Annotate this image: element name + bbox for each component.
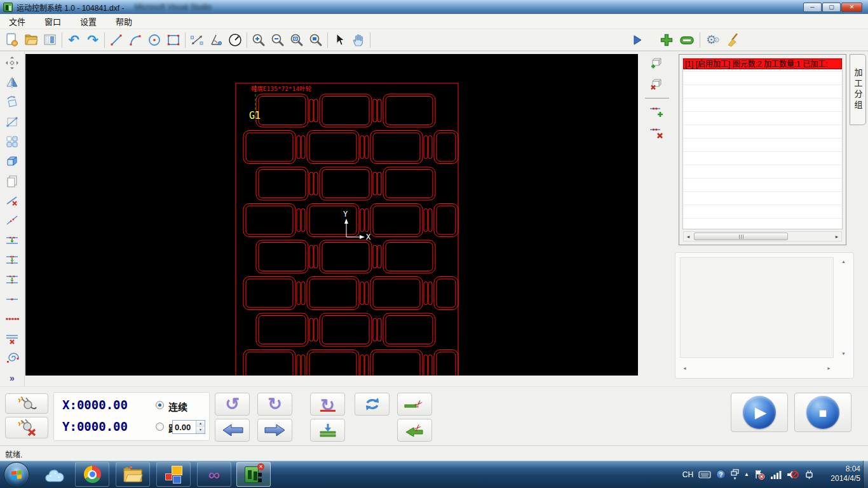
settings-button[interactable]: ⚙⚙ [703, 31, 722, 49]
delete-entity-button[interactable] [649, 126, 665, 140]
arc-tool-button[interactable] [126, 31, 145, 49]
new-file-button[interactable] [3, 31, 22, 49]
redo-button[interactable]: ↷ [83, 31, 102, 49]
scroll-left-icon[interactable]: ◄ [682, 366, 687, 370]
power-plug-icon[interactable] [804, 469, 815, 480]
add-entity-button[interactable] [649, 105, 665, 119]
keyboard-icon[interactable] [698, 470, 711, 480]
measure-tool-button[interactable] [187, 31, 207, 49]
expand-tools-button[interactable]: » [4, 371, 20, 385]
zoom-window-button[interactable] [306, 31, 325, 49]
jog-right-button[interactable] [257, 419, 292, 442]
array-tool-button[interactable] [4, 135, 20, 149]
menu-window[interactable]: 窗口 [36, 13, 71, 29]
taskbar-app-squares-button[interactable] [156, 462, 191, 487]
speed-gauge-button[interactable] [226, 31, 245, 49]
taskbar-visual-studio-button[interactable]: ∞ [197, 462, 231, 487]
move-tool-button[interactable] [4, 56, 20, 70]
scroll-down-icon[interactable]: ▼ [841, 351, 846, 356]
delete-group-button[interactable] [649, 77, 665, 91]
stop-machining-button[interactable]: ■ [794, 393, 851, 432]
add-button[interactable] [657, 31, 676, 49]
rectangle-tool-button[interactable] [164, 31, 183, 49]
midpoint-button[interactable] [4, 292, 20, 306]
clean-button[interactable] [724, 31, 743, 49]
taskbar-explorer-button[interactable] [116, 462, 150, 487]
start-machining-button[interactable]: ▶ [731, 393, 788, 432]
run-button[interactable] [628, 31, 647, 49]
log-hscrollbar[interactable]: ◄ ► [680, 363, 834, 373]
zoom-fit-button[interactable] [287, 31, 306, 49]
scroll-right-icon[interactable]: ► [832, 234, 841, 239]
log-vscrollbar[interactable]: ▲ ▼ [838, 257, 849, 358]
maximize-button[interactable]: ▢ [822, 3, 841, 12]
cad-canvas[interactable]: 鞋底E135*72*14叶轮G1XY [25, 54, 638, 376]
disconnect-button[interactable] [5, 417, 48, 438]
pan-tool-button[interactable] [349, 31, 368, 49]
scale-tool-button[interactable] [4, 115, 20, 129]
feed-down-button[interactable] [310, 419, 345, 442]
tab-machining-groups[interactable]: 加工分组 [850, 54, 866, 125]
action-center-flag-icon[interactable] [754, 469, 765, 480]
spiral-tool-button[interactable] [4, 351, 20, 365]
taskbar-chrome-button[interactable] [75, 462, 109, 487]
rotate-tool-button[interactable] [4, 95, 20, 109]
sync-button[interactable] [355, 393, 390, 416]
window-restore-tray-icon[interactable]: ▼ [731, 469, 739, 480]
continuous-radio[interactable] [156, 401, 164, 409]
merge-lines-button[interactable] [4, 233, 20, 247]
group-list-item-selected[interactable]: [1] [启用加工] 图元数:2 加工数量:1 已加工: [683, 58, 842, 69]
close-button[interactable]: ✕ [841, 3, 862, 12]
show-desktop-button[interactable] [863, 461, 868, 488]
scroll-left-icon[interactable]: ◄ [684, 234, 693, 239]
help-tray-icon[interactable]: ? [716, 470, 726, 479]
menu-settings[interactable]: 设置 [71, 13, 107, 29]
stepper-down-icon[interactable]: ▼ [196, 427, 205, 433]
connect-button[interactable] [5, 393, 48, 414]
mirror-tool-button[interactable] [4, 76, 20, 90]
delete-lines-button[interactable] [4, 332, 20, 346]
angle-tool-button[interactable] [207, 31, 226, 49]
language-indicator[interactable]: CH [682, 470, 693, 479]
group-list-hscrollbar[interactable]: ◄ ► [683, 231, 842, 241]
merge-segments-button[interactable] [4, 253, 20, 267]
line-tool-button[interactable] [107, 31, 126, 49]
circle-tool-button[interactable] [145, 31, 164, 49]
menu-help[interactable]: 帮助 [107, 13, 142, 29]
merge-points-button[interactable] [4, 273, 20, 287]
explode-points-button[interactable] [4, 312, 20, 326]
cut-right-button[interactable]: ✂ [397, 393, 432, 416]
taskbar-clock[interactable]: 8:04 2014/4/5 [831, 464, 860, 484]
rotate-to-mark-button[interactable]: ↻ [310, 393, 345, 416]
zoom-out-button[interactable] [268, 31, 287, 49]
scroll-right-icon[interactable]: ► [827, 366, 831, 370]
distance-value[interactable]: 0.00 [173, 421, 196, 433]
rotate-cw-button[interactable]: ↻ [257, 393, 292, 416]
extrude-3d-button[interactable] [4, 154, 20, 168]
window-view-button[interactable] [41, 31, 60, 49]
undo-button[interactable]: ↶ [64, 31, 83, 49]
remove-button[interactable] [677, 31, 696, 49]
start-button[interactable] [4, 462, 29, 487]
taskbar-motion-control-button[interactable]: ✕ [236, 462, 271, 487]
hscroll-thumb[interactable] [694, 233, 788, 240]
scroll-up-icon[interactable]: ▲ [841, 259, 846, 264]
add-group-button[interactable] [649, 56, 665, 70]
stepper-up-icon[interactable]: ▲ [196, 421, 205, 427]
distance-stepper[interactable]: 0.00 ▲ ▼ [172, 420, 205, 434]
open-file-button[interactable] [22, 31, 41, 49]
break-line-button[interactable] [4, 214, 20, 227]
show-hidden-icons-button[interactable]: ▲ [744, 471, 749, 477]
distance-radio[interactable] [156, 423, 164, 431]
jog-left-button[interactable] [215, 419, 250, 442]
cut-left-button[interactable]: ✂ [397, 419, 432, 442]
copy-tool-button[interactable] [4, 174, 20, 188]
network-signal-icon[interactable] [770, 470, 782, 480]
rotate-ccw-button[interactable]: ↺ [215, 393, 250, 416]
log-list[interactable] [680, 257, 834, 358]
cloud-app-button[interactable] [39, 464, 70, 486]
volume-muted-icon[interactable] [787, 470, 799, 480]
select-tool-button[interactable] [330, 31, 349, 49]
delete-segment-button[interactable] [4, 194, 20, 208]
minimize-button[interactable]: ─ [803, 3, 822, 12]
